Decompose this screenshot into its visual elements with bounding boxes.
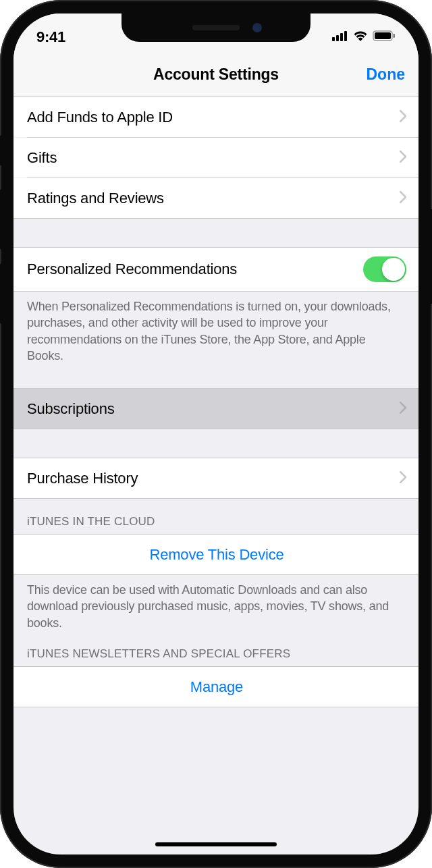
- subscriptions-row[interactable]: Subscriptions: [14, 389, 418, 429]
- nav-bar: Account Settings Done: [14, 53, 418, 97]
- itunes-cloud-footer: This device can be used with Automatic D…: [14, 575, 418, 641]
- cellular-icon: [332, 30, 348, 44]
- notch: [122, 13, 310, 42]
- svg-rect-5: [375, 32, 391, 39]
- gifts-label: Gifts: [27, 149, 400, 167]
- ratings-reviews-label: Ratings and Reviews: [27, 190, 400, 207]
- add-funds-row[interactable]: Add Funds to Apple ID: [14, 97, 418, 137]
- wifi-icon: [353, 30, 368, 44]
- status-time: 9:41: [36, 28, 65, 46]
- personalized-recommendations-row: Personalized Recommendations: [14, 248, 418, 291]
- svg-rect-2: [340, 33, 343, 41]
- speaker: [192, 25, 240, 30]
- newsletters-header: iTUNES NEWSLETTERS AND SPECIAL OFFERS: [14, 641, 418, 666]
- battery-icon: [373, 30, 396, 44]
- add-funds-label: Add Funds to Apple ID: [27, 109, 400, 126]
- remove-device-label: Remove This Device: [150, 546, 284, 564]
- personalized-recommendations-toggle[interactable]: [363, 256, 406, 282]
- home-indicator[interactable]: [155, 842, 277, 846]
- front-camera: [252, 23, 262, 32]
- manage-newsletters-button[interactable]: Manage: [14, 667, 418, 707]
- ratings-reviews-row[interactable]: Ratings and Reviews: [14, 178, 418, 218]
- personalized-recommendations-label: Personalized Recommendations: [27, 261, 363, 278]
- manage-label: Manage: [190, 678, 243, 696]
- svg-rect-6: [394, 34, 396, 38]
- status-right: [332, 30, 396, 44]
- screen: 9:41 Account Settings Done Add Funds to …: [14, 13, 418, 855]
- volume-down-button: [0, 263, 3, 324]
- svg-rect-0: [332, 37, 335, 41]
- svg-rect-1: [336, 35, 339, 41]
- page-title: Account Settings: [153, 65, 279, 84]
- subscriptions-label: Subscriptions: [27, 400, 400, 418]
- chevron-right-icon: [400, 109, 406, 126]
- chevron-right-icon: [400, 149, 406, 167]
- gifts-row[interactable]: Gifts: [14, 138, 418, 178]
- done-button[interactable]: Done: [367, 65, 406, 84]
- itunes-cloud-header: iTUNES IN THE CLOUD: [14, 499, 418, 534]
- svg-rect-3: [344, 31, 347, 41]
- toggle-knob: [382, 258, 405, 281]
- chevron-right-icon: [400, 190, 406, 207]
- mute-switch: [0, 135, 3, 166]
- purchase-history-label: Purchase History: [27, 470, 400, 487]
- volume-up-button: [0, 189, 3, 250]
- chevron-right-icon: [400, 400, 406, 418]
- remove-device-button[interactable]: Remove This Device: [14, 535, 418, 574]
- iphone-frame: 9:41 Account Settings Done Add Funds to …: [0, 0, 432, 868]
- personalized-recommendations-footer: When Personalized Recommendations is tur…: [14, 292, 418, 373]
- purchase-history-row[interactable]: Purchase History: [14, 458, 418, 498]
- chevron-right-icon: [400, 470, 406, 487]
- settings-list[interactable]: Add Funds to Apple ID Gifts Ratings and …: [14, 97, 418, 707]
